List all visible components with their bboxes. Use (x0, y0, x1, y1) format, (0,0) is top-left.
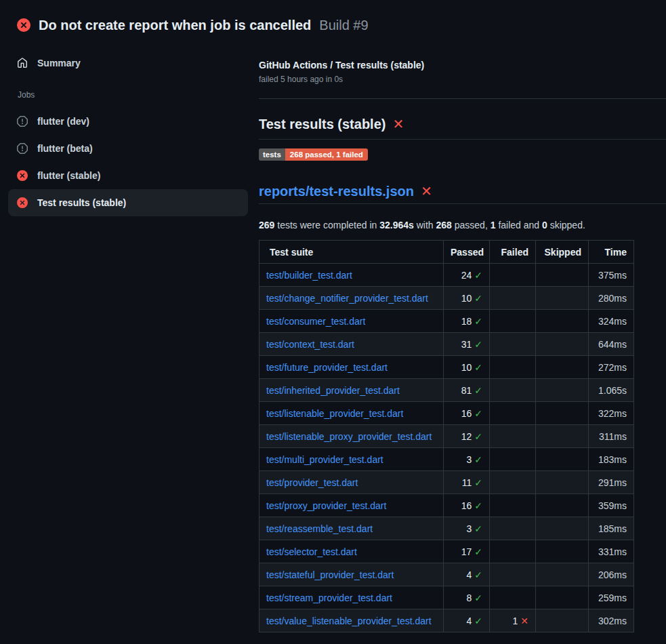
suite-cell: test/consumer_test.dart (259, 310, 444, 333)
sidebar-item-job-1[interactable]: flutter (beta) (8, 135, 248, 162)
count-value: 4 (466, 569, 472, 580)
sidebar-item-job-3[interactable]: Test results (stable) (8, 189, 248, 216)
x-circle-fill-icon (17, 18, 30, 32)
suite-link[interactable]: test/proxy_provider_test.dart (266, 500, 386, 511)
check-icon: ✓ (474, 616, 482, 626)
passed-cell: 16✓ (444, 494, 490, 517)
table-row: test/value_listenable_provider_test.dart… (259, 609, 634, 632)
summary-segment: tests were completed in (274, 220, 379, 230)
time-cell: 259ms (589, 586, 634, 609)
suite-link[interactable]: test/multi_provider_test.dart (266, 454, 383, 465)
count-value: 10 (461, 362, 472, 373)
check-icon: ✓ (474, 431, 482, 442)
count-value: 31 (461, 339, 472, 350)
check-icon: ✓ (474, 385, 482, 396)
summary-segment: 0 (542, 220, 547, 230)
table-row: test/consumer_test.dart18✓324ms (259, 310, 634, 333)
passed-cell: 4✓ (444, 563, 490, 586)
main-content: GitHub Actions / Test results (stable) f… (259, 38, 666, 632)
skipped-cell (536, 379, 589, 402)
stop-cancelled-icon (17, 116, 28, 127)
failed-cell (490, 425, 536, 448)
sidebar-item-job-0[interactable]: flutter (dev) (8, 108, 248, 135)
count-value: 8 (466, 592, 472, 603)
run-title-bar: Do not create report when job is cancell… (0, 0, 666, 38)
suite-link[interactable]: test/stateful_provider_test.dart (266, 569, 394, 580)
passed-cell: 3✓ (444, 517, 490, 540)
table-row: test/stream_provider_test.dart8✓259ms (259, 586, 634, 609)
failed-cell (490, 540, 536, 563)
table-row: test/provider_test.dart11✓291ms (259, 471, 634, 494)
x-circle-fill-icon (17, 170, 28, 181)
sidebar-item-job-2[interactable]: flutter (stable) (8, 162, 248, 189)
skipped-cell (536, 517, 589, 540)
passed-cell: 10✓ (444, 287, 490, 310)
suite-link[interactable]: test/reassemble_test.dart (266, 523, 373, 534)
suite-link[interactable]: test/stream_provider_test.dart (266, 592, 392, 603)
suite-cell: test/future_provider_test.dart (259, 356, 444, 379)
passed-cell: 10✓ (444, 356, 490, 379)
summary-segment: skipped. (547, 220, 585, 230)
tests-badge: tests268 passed, 1 failed (259, 148, 368, 161)
sidebar-item-summary[interactable]: Summary (8, 49, 248, 77)
table-row: test/multi_provider_test.dart3✓183ms (259, 448, 634, 471)
failed-cell (490, 356, 536, 379)
suite-link[interactable]: test/selector_test.dart (266, 546, 357, 557)
time-cell: 280ms (589, 287, 634, 310)
suite-cell: test/listenable_provider_test.dart (259, 402, 444, 425)
summary-segment: with (414, 220, 436, 230)
failed-cell (490, 264, 536, 287)
skipped-cell (536, 333, 589, 356)
suite-cell: test/listenable_proxy_provider_test.dart (259, 425, 444, 448)
count-value: 1 (512, 616, 518, 626)
suite-link[interactable]: test/inherited_provider_test.dart (266, 385, 400, 396)
suite-cell: test/proxy_provider_test.dart (259, 494, 444, 517)
sidebar-jobs-heading: Jobs (18, 90, 248, 100)
suite-cell: test/value_listenable_provider_test.dart (259, 609, 444, 632)
skipped-cell (536, 494, 589, 517)
summary-segment: passed, (452, 220, 491, 230)
passed-cell: 16✓ (444, 402, 490, 425)
passed-cell: 8✓ (444, 586, 490, 609)
check-icon: ✓ (474, 408, 482, 419)
suite-link[interactable]: test/consumer_test.dart (266, 316, 365, 327)
count-value: 4 (466, 616, 472, 626)
count-value: 24 (461, 270, 472, 281)
divider (259, 98, 666, 99)
badge-value: 268 passed, 1 failed (285, 148, 368, 161)
failed-cell (490, 494, 536, 517)
check-icon: ✓ (474, 270, 482, 281)
time-cell: 206ms (589, 563, 634, 586)
suite-cell: test/selector_test.dart (259, 540, 444, 563)
sidebar-summary-label: Summary (37, 58, 81, 68)
suite-link[interactable]: test/listenable_provider_test.dart (266, 408, 403, 419)
failed-cell (490, 310, 536, 333)
suite-link[interactable]: test/builder_test.dart (266, 270, 352, 281)
check-icon: ✓ (474, 477, 482, 488)
sidebar-item-label: Test results (stable) (37, 197, 126, 208)
failed-cell (490, 563, 536, 586)
suite-cell: test/stateful_provider_test.dart (259, 563, 444, 586)
column-header: Failed (490, 241, 536, 264)
suite-link[interactable]: test/provider_test.dart (266, 477, 358, 488)
suite-link[interactable]: test/future_provider_test.dart (266, 362, 388, 373)
suite-link[interactable]: test/listenable_proxy_provider_test.dart (266, 431, 432, 442)
table-row: test/inherited_provider_test.dart81✓1.06… (259, 379, 634, 402)
suite-cell: test/provider_test.dart (259, 471, 444, 494)
suite-link[interactable]: test/value_listenable_provider_test.dart (266, 616, 432, 626)
suite-link[interactable]: test/context_test.dart (266, 339, 354, 350)
failed-cell (490, 379, 536, 402)
report-file-link[interactable]: reports/test-results.json (259, 181, 414, 201)
time-cell: 331ms (589, 540, 634, 563)
count-value: 81 (461, 385, 472, 396)
passed-cell: 4✓ (444, 609, 490, 632)
suite-link[interactable]: test/change_notifier_provider_test.dart (266, 293, 428, 304)
cross-icon: ✕ (520, 616, 528, 626)
suite-cell: test/change_notifier_provider_test.dart (259, 287, 444, 310)
failed-x-icon: ✕ (392, 114, 404, 134)
failed-cell (490, 287, 536, 310)
suite-cell: test/multi_provider_test.dart (259, 448, 444, 471)
home-icon (17, 58, 28, 68)
badge-label: tests (259, 148, 285, 161)
summary-segment: 1 (491, 220, 496, 230)
